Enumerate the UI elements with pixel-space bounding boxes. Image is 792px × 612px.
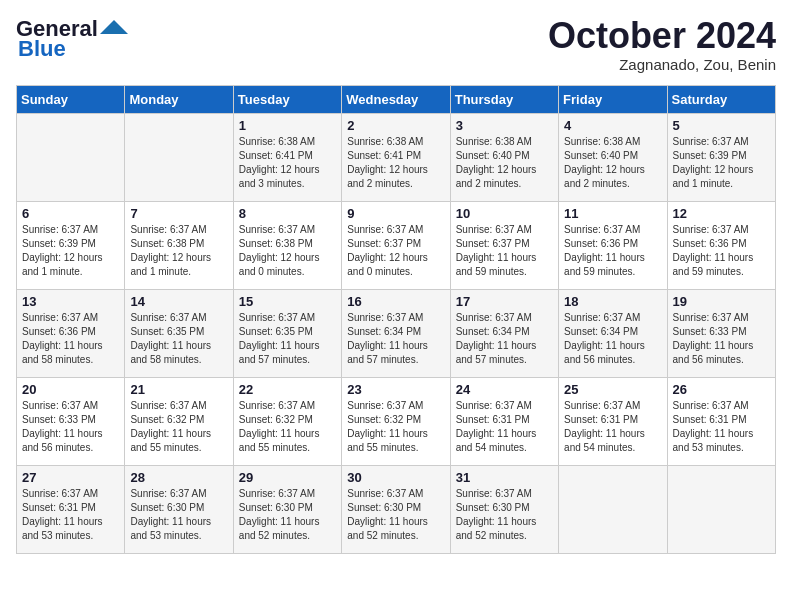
day-number: 6 — [22, 206, 119, 221]
day-number: 25 — [564, 382, 661, 397]
calendar-cell: 20Sunrise: 6:37 AM Sunset: 6:33 PM Dayli… — [17, 377, 125, 465]
day-number: 18 — [564, 294, 661, 309]
weekday-header: Friday — [559, 85, 667, 113]
day-number: 3 — [456, 118, 553, 133]
day-number: 27 — [22, 470, 119, 485]
calendar-cell: 15Sunrise: 6:37 AM Sunset: 6:35 PM Dayli… — [233, 289, 341, 377]
day-info: Sunrise: 6:37 AM Sunset: 6:38 PM Dayligh… — [130, 224, 211, 277]
day-info: Sunrise: 6:37 AM Sunset: 6:34 PM Dayligh… — [456, 312, 537, 365]
calendar-cell: 12Sunrise: 6:37 AM Sunset: 6:36 PM Dayli… — [667, 201, 775, 289]
logo-icon — [100, 20, 128, 34]
day-info: Sunrise: 6:37 AM Sunset: 6:33 PM Dayligh… — [22, 400, 103, 453]
day-info: Sunrise: 6:37 AM Sunset: 6:39 PM Dayligh… — [673, 136, 754, 189]
calendar-cell: 5Sunrise: 6:37 AM Sunset: 6:39 PM Daylig… — [667, 113, 775, 201]
day-info: Sunrise: 6:37 AM Sunset: 6:36 PM Dayligh… — [22, 312, 103, 365]
day-number: 4 — [564, 118, 661, 133]
calendar-cell: 19Sunrise: 6:37 AM Sunset: 6:33 PM Dayli… — [667, 289, 775, 377]
day-number: 14 — [130, 294, 227, 309]
calendar-cell: 17Sunrise: 6:37 AM Sunset: 6:34 PM Dayli… — [450, 289, 558, 377]
day-info: Sunrise: 6:37 AM Sunset: 6:35 PM Dayligh… — [130, 312, 211, 365]
day-info: Sunrise: 6:37 AM Sunset: 6:31 PM Dayligh… — [673, 400, 754, 453]
day-number: 29 — [239, 470, 336, 485]
calendar-cell — [125, 113, 233, 201]
calendar-week-row: 27Sunrise: 6:37 AM Sunset: 6:31 PM Dayli… — [17, 465, 776, 553]
calendar-cell: 2Sunrise: 6:38 AM Sunset: 6:41 PM Daylig… — [342, 113, 450, 201]
calendar-cell: 28Sunrise: 6:37 AM Sunset: 6:30 PM Dayli… — [125, 465, 233, 553]
svg-marker-0 — [100, 20, 128, 34]
day-number: 11 — [564, 206, 661, 221]
calendar-cell: 14Sunrise: 6:37 AM Sunset: 6:35 PM Dayli… — [125, 289, 233, 377]
day-info: Sunrise: 6:38 AM Sunset: 6:40 PM Dayligh… — [564, 136, 645, 189]
day-info: Sunrise: 6:37 AM Sunset: 6:37 PM Dayligh… — [347, 224, 428, 277]
calendar-cell: 10Sunrise: 6:37 AM Sunset: 6:37 PM Dayli… — [450, 201, 558, 289]
calendar-table: SundayMondayTuesdayWednesdayThursdayFrid… — [16, 85, 776, 554]
day-info: Sunrise: 6:37 AM Sunset: 6:31 PM Dayligh… — [456, 400, 537, 453]
day-number: 2 — [347, 118, 444, 133]
calendar-cell: 16Sunrise: 6:37 AM Sunset: 6:34 PM Dayli… — [342, 289, 450, 377]
day-number: 31 — [456, 470, 553, 485]
day-info: Sunrise: 6:37 AM Sunset: 6:36 PM Dayligh… — [673, 224, 754, 277]
day-number: 23 — [347, 382, 444, 397]
day-number: 21 — [130, 382, 227, 397]
day-number: 22 — [239, 382, 336, 397]
weekday-header: Wednesday — [342, 85, 450, 113]
day-number: 19 — [673, 294, 770, 309]
weekday-header: Thursday — [450, 85, 558, 113]
calendar-week-row: 1Sunrise: 6:38 AM Sunset: 6:41 PM Daylig… — [17, 113, 776, 201]
day-info: Sunrise: 6:37 AM Sunset: 6:33 PM Dayligh… — [673, 312, 754, 365]
day-info: Sunrise: 6:37 AM Sunset: 6:31 PM Dayligh… — [22, 488, 103, 541]
calendar-cell: 24Sunrise: 6:37 AM Sunset: 6:31 PM Dayli… — [450, 377, 558, 465]
logo: General Blue — [16, 16, 128, 62]
day-info: Sunrise: 6:37 AM Sunset: 6:31 PM Dayligh… — [564, 400, 645, 453]
day-number: 30 — [347, 470, 444, 485]
calendar-cell: 23Sunrise: 6:37 AM Sunset: 6:32 PM Dayli… — [342, 377, 450, 465]
weekday-header: Saturday — [667, 85, 775, 113]
calendar-cell: 31Sunrise: 6:37 AM Sunset: 6:30 PM Dayli… — [450, 465, 558, 553]
location-subtitle: Zagnanado, Zou, Benin — [548, 56, 776, 73]
calendar-cell: 9Sunrise: 6:37 AM Sunset: 6:37 PM Daylig… — [342, 201, 450, 289]
calendar-cell: 22Sunrise: 6:37 AM Sunset: 6:32 PM Dayli… — [233, 377, 341, 465]
calendar-cell: 11Sunrise: 6:37 AM Sunset: 6:36 PM Dayli… — [559, 201, 667, 289]
month-title: October 2024 — [548, 16, 776, 56]
title-area: October 2024 Zagnanado, Zou, Benin — [548, 16, 776, 73]
day-number: 12 — [673, 206, 770, 221]
calendar-week-row: 6Sunrise: 6:37 AM Sunset: 6:39 PM Daylig… — [17, 201, 776, 289]
day-info: Sunrise: 6:37 AM Sunset: 6:36 PM Dayligh… — [564, 224, 645, 277]
day-info: Sunrise: 6:37 AM Sunset: 6:32 PM Dayligh… — [239, 400, 320, 453]
calendar-week-row: 20Sunrise: 6:37 AM Sunset: 6:33 PM Dayli… — [17, 377, 776, 465]
calendar-cell: 3Sunrise: 6:38 AM Sunset: 6:40 PM Daylig… — [450, 113, 558, 201]
calendar-cell: 13Sunrise: 6:37 AM Sunset: 6:36 PM Dayli… — [17, 289, 125, 377]
calendar-cell — [17, 113, 125, 201]
calendar-cell: 7Sunrise: 6:37 AM Sunset: 6:38 PM Daylig… — [125, 201, 233, 289]
day-info: Sunrise: 6:37 AM Sunset: 6:39 PM Dayligh… — [22, 224, 103, 277]
calendar-cell: 29Sunrise: 6:37 AM Sunset: 6:30 PM Dayli… — [233, 465, 341, 553]
day-info: Sunrise: 6:38 AM Sunset: 6:41 PM Dayligh… — [239, 136, 320, 189]
calendar-cell: 21Sunrise: 6:37 AM Sunset: 6:32 PM Dayli… — [125, 377, 233, 465]
weekday-header: Sunday — [17, 85, 125, 113]
calendar-header-row: SundayMondayTuesdayWednesdayThursdayFrid… — [17, 85, 776, 113]
day-number: 17 — [456, 294, 553, 309]
day-info: Sunrise: 6:37 AM Sunset: 6:32 PM Dayligh… — [347, 400, 428, 453]
day-number: 26 — [673, 382, 770, 397]
logo-blue: Blue — [16, 36, 66, 62]
day-info: Sunrise: 6:37 AM Sunset: 6:32 PM Dayligh… — [130, 400, 211, 453]
calendar-cell: 26Sunrise: 6:37 AM Sunset: 6:31 PM Dayli… — [667, 377, 775, 465]
calendar-cell: 18Sunrise: 6:37 AM Sunset: 6:34 PM Dayli… — [559, 289, 667, 377]
day-number: 1 — [239, 118, 336, 133]
calendar-cell: 30Sunrise: 6:37 AM Sunset: 6:30 PM Dayli… — [342, 465, 450, 553]
calendar-cell: 25Sunrise: 6:37 AM Sunset: 6:31 PM Dayli… — [559, 377, 667, 465]
calendar-week-row: 13Sunrise: 6:37 AM Sunset: 6:36 PM Dayli… — [17, 289, 776, 377]
day-number: 8 — [239, 206, 336, 221]
day-info: Sunrise: 6:38 AM Sunset: 6:41 PM Dayligh… — [347, 136, 428, 189]
day-info: Sunrise: 6:37 AM Sunset: 6:38 PM Dayligh… — [239, 224, 320, 277]
page-header: General Blue October 2024 Zagnanado, Zou… — [16, 16, 776, 73]
day-info: Sunrise: 6:37 AM Sunset: 6:30 PM Dayligh… — [347, 488, 428, 541]
day-info: Sunrise: 6:37 AM Sunset: 6:30 PM Dayligh… — [130, 488, 211, 541]
weekday-header: Tuesday — [233, 85, 341, 113]
day-info: Sunrise: 6:37 AM Sunset: 6:34 PM Dayligh… — [347, 312, 428, 365]
calendar-cell: 4Sunrise: 6:38 AM Sunset: 6:40 PM Daylig… — [559, 113, 667, 201]
calendar-cell: 6Sunrise: 6:37 AM Sunset: 6:39 PM Daylig… — [17, 201, 125, 289]
day-info: Sunrise: 6:37 AM Sunset: 6:34 PM Dayligh… — [564, 312, 645, 365]
day-info: Sunrise: 6:37 AM Sunset: 6:30 PM Dayligh… — [239, 488, 320, 541]
day-number: 15 — [239, 294, 336, 309]
